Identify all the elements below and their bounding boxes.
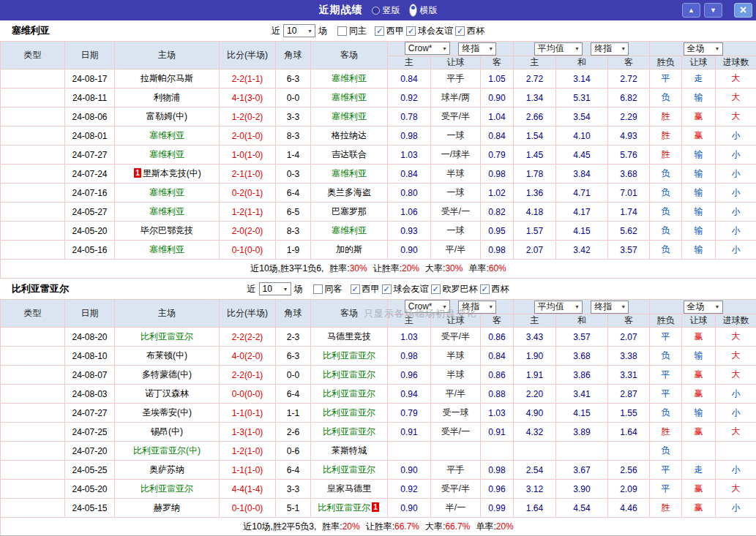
cell-avg-draw: 3.68 (556, 347, 608, 366)
column-header: 客场 (311, 42, 388, 69)
scope-select[interactable]: 全场▼ (684, 42, 723, 56)
average-select[interactable]: 平均值▼ (534, 301, 583, 314)
cell-away-team: 皇家马德里 (311, 480, 388, 499)
odds-dropdown-cell: Crow*▼ 终指▼ (388, 42, 514, 56)
cell-competition: 球会友谊 (1, 423, 65, 442)
chevron-down-icon: ▼ (283, 287, 288, 292)
cell-date: 24-08-07 (65, 366, 115, 385)
cell-avg-away: 6.82 (608, 88, 650, 107)
cell-home-team: 塞维利亚 (115, 241, 220, 260)
competition-checkbox[interactable]: ✓西杯 (480, 283, 509, 295)
cell-avg-home: 1.36 (514, 184, 556, 203)
column-header: 客 (608, 56, 650, 69)
odds-kind-select[interactable]: 终指▼ (458, 301, 496, 314)
team-name-text: 赫罗纳 (154, 502, 180, 513)
cell-away-team: 比利亚雷亚尔1 (311, 499, 388, 518)
same-venue-checkbox[interactable]: 同主 (337, 25, 367, 37)
team-name-text: 塞维利亚 (332, 168, 367, 178)
average-select[interactable]: 平均值▼ (534, 42, 583, 56)
cell-corners: 0-3 (276, 165, 311, 184)
cell-score: 2-2(2-2) (220, 328, 276, 347)
team-name-text: 塞维利亚 (149, 130, 184, 140)
checkbox-icon: ✓ (431, 284, 441, 294)
scroll-down-button[interactable]: ▼ (704, 3, 722, 18)
sections-container: 塞维利亚 近 10▼ 场 同主 ✓西甲✓球会友谊✓西杯 (0, 20, 756, 536)
column-header: 和 (556, 56, 608, 69)
team-name-text: 巴塞罗那 (332, 206, 367, 216)
checkbox-label: 欧罗巴杯 (443, 283, 478, 295)
column-header: 主 (388, 56, 431, 69)
cell-handicap-result: 走 (682, 69, 716, 88)
scope-select[interactable]: 全场▼ (684, 301, 723, 314)
team-name-text: 比利亚雷亚尔 (141, 331, 193, 341)
competition-checkbox[interactable]: ✓欧罗巴杯 (431, 283, 478, 295)
table-row: 西甲24-05-20比利亚雷亚尔4-4(1-4)3-3皇家马德里0.92受平/半… (1, 480, 756, 499)
cell-avg-home: 1.78 (514, 165, 556, 184)
cell-odds-home: 0.93 (388, 222, 431, 241)
column-header: 客 (481, 56, 514, 69)
cell-result: 负 (650, 241, 682, 260)
cell-corners: 6-4 (276, 461, 311, 480)
scope-value: 全场 (687, 301, 705, 313)
cell-handicap-line: 一球 (431, 127, 481, 146)
summary-stat-value: 20% (402, 263, 419, 273)
radio-icon (409, 4, 417, 17)
cell-odds-home: 0.78 (388, 107, 431, 127)
odds-company-select[interactable]: Crow*▼ (405, 300, 450, 313)
cell-handicap-result: 输 (682, 146, 716, 165)
cell-handicap-result (682, 442, 716, 461)
scroll-up-button[interactable]: ▲ (682, 3, 700, 18)
close-icon: × (740, 4, 746, 17)
cell-away-team: 塞维利亚 (311, 107, 388, 127)
cell-date: 24-07-27 (65, 404, 115, 423)
radio-vertical-layout[interactable]: 竖版 (372, 4, 400, 17)
cell-avg-away: 2.09 (608, 480, 650, 499)
team-name-text: 塞维利亚 (332, 111, 367, 121)
odds-kind-select[interactable]: 终指▼ (458, 42, 496, 56)
cell-avg-home: 4.32 (514, 423, 556, 442)
average-kind-select[interactable]: 终指▼ (591, 42, 629, 56)
cell-handicap-result: 输 (682, 165, 716, 184)
same-venue-checkbox[interactable]: 同客 (313, 283, 343, 295)
summary-stat-label: 胜率: (322, 521, 342, 532)
competition-checkbox[interactable]: ✓西甲 (351, 283, 380, 295)
cell-handicap-result: 赢 (682, 366, 716, 385)
average-kind-select[interactable]: 终指▼ (591, 301, 629, 314)
competition-checkbox[interactable]: ✓西甲 (375, 25, 404, 37)
table-row: 球会友谊24-07-27圣埃蒂安(中)1-1(0-1)1-1比利亚雷亚尔0.79… (1, 404, 756, 423)
close-button[interactable]: × (734, 3, 752, 18)
radio-horizontal-layout[interactable]: 横版 (409, 4, 438, 17)
cell-date: 24-08-10 (65, 347, 115, 366)
team-name-text: 奥兰多海盗 (327, 187, 371, 197)
cell-avg-draw: 3.14 (556, 69, 608, 88)
competition-checkbox[interactable]: ✓西杯 (455, 25, 484, 37)
cell-competition: 球会友谊 (1, 184, 65, 203)
cell-odds-home: 0.92 (388, 88, 431, 107)
cell-avg-draw: 3.57 (556, 328, 608, 347)
odds-company-select[interactable]: Crow*▼ (405, 42, 450, 55)
chevron-down-icon: ▼ (307, 29, 312, 34)
cell-avg-home: 2.54 (514, 461, 556, 480)
table-row: 球会友谊24-08-07多特蒙德(中)2-2(0-1)0-0比利亚雷亚尔0.96… (1, 366, 756, 385)
column-header: 客 (481, 314, 514, 328)
match-count-select[interactable]: 10▼ (259, 282, 291, 295)
cell-corners: 0-6 (276, 442, 311, 461)
cell-goals-result: 大 (716, 366, 756, 385)
cell-avg-away: 2.29 (608, 107, 650, 127)
team-name-text: 锡昂(中) (151, 426, 183, 437)
cell-corners: 1-9 (276, 241, 311, 260)
games-label: 场 (294, 283, 303, 295)
scope-dropdown-cell: 全场▼ (650, 42, 756, 56)
cell-result: 平 (650, 366, 682, 385)
cell-odds-home: 0.96 (388, 366, 431, 385)
competition-checkbox[interactable]: ✓球会友谊 (406, 25, 453, 37)
table-row: 西甲24-08-20比利亚雷亚尔2-2(2-2)2-3马德里竞技1.03受平/半… (1, 328, 756, 347)
cell-competition: 球会友谊 (1, 127, 65, 146)
cell-odds-away: 0.82 (481, 203, 514, 222)
cell-odds-home: 0.94 (388, 385, 431, 404)
competition-checkbox[interactable]: ✓球会友谊 (382, 283, 429, 295)
match-count-select[interactable]: 10▼ (283, 24, 315, 37)
cell-avg-away: 2.87 (608, 385, 650, 404)
team-name-text: 塞维利亚 (332, 92, 367, 102)
cell-away-team: 巴塞罗那 (311, 203, 388, 222)
